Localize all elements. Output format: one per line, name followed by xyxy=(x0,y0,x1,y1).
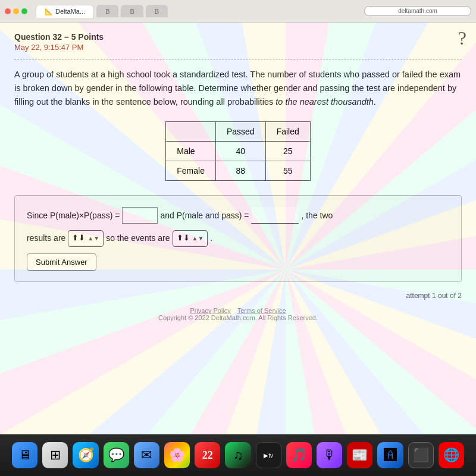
tab-3-label: B xyxy=(130,8,134,15)
submit-button[interactable]: Submit Answer xyxy=(27,253,96,271)
dock-apps[interactable]: ⊞ xyxy=(42,442,68,468)
sentence-part2: and P(male and pass) = xyxy=(160,206,249,225)
page-content: ? Question 32 – 5 Points May 22, 9:15:47… xyxy=(0,23,476,434)
window-controls xyxy=(5,8,27,14)
dock-messages[interactable]: 💬 xyxy=(104,442,129,468)
copyright-text: Copyright © 2022 DeltaMath.com. All Righ… xyxy=(158,314,318,321)
dock-mail[interactable]: ✉ xyxy=(134,442,159,468)
sentence-part5: so the events are xyxy=(106,229,170,248)
tab-2[interactable]: B xyxy=(96,5,118,17)
table-cell-male-passed: 40 xyxy=(215,141,265,161)
events-dropdown-value: ⬆⬇ xyxy=(177,230,190,247)
table-cell-male-failed: 25 xyxy=(265,141,310,161)
results-dropdown-value: ⬆⬇ xyxy=(72,230,85,247)
question-header: Question 32 – 5 Points xyxy=(14,32,462,42)
attempt-text: attempt 1 out of 2 xyxy=(14,292,462,300)
taskbar: 🖥 ⊞ 🧭 💬 ✉ 🌸 22 ♫ ▶tv 🎵 🎙 📰 🅰 ⬛ 🌐 xyxy=(0,434,476,476)
tab-4-label: B xyxy=(155,8,159,15)
question-icon: ? xyxy=(458,27,466,49)
dock-finder[interactable]: 🖥 xyxy=(12,442,37,468)
pmale-and-pass-blank xyxy=(251,207,299,224)
results-dropdown[interactable]: ⬆⬇ ▲▼ xyxy=(68,230,104,247)
table-cell-female-label: Female xyxy=(166,161,216,180)
minimize-button[interactable] xyxy=(13,8,19,14)
answer-sentence-line2: results are ⬆⬇ ▲▼ so the events are ⬆⬇ ▲… xyxy=(27,229,449,248)
privacy-link[interactable]: Privacy Policy xyxy=(190,307,230,314)
dock-music[interactable]: 🎵 xyxy=(286,442,312,468)
close-button[interactable] xyxy=(5,8,11,14)
tab-4[interactable]: B xyxy=(146,5,168,17)
question-text-emphasis: to the nearest thousandth xyxy=(275,97,373,107)
tab-3[interactable]: B xyxy=(121,5,143,17)
page-footer: Privacy Policy Terms of Service Copyrigh… xyxy=(14,300,462,325)
question-text-end: . xyxy=(374,97,376,107)
dock-date-number: 22 xyxy=(202,450,213,461)
dock-safari[interactable]: 🧭 xyxy=(73,442,98,468)
dock-chrome[interactable]: 🌐 xyxy=(439,442,464,468)
answer-sentence: Since P(male)×P(pass) = and P(male and p… xyxy=(27,206,449,225)
question-text: A group of students at a high school too… xyxy=(14,68,462,109)
dock-spotify[interactable]: ♫ xyxy=(225,442,250,468)
table-cell-female-failed: 55 xyxy=(265,161,310,180)
table-header-failed: Failed xyxy=(265,121,310,141)
tab-icon: 📐 xyxy=(45,8,53,15)
tab-deltamath[interactable]: 📐 DeltaMa... xyxy=(36,5,94,18)
pmale-ppass-input[interactable] xyxy=(122,207,158,224)
dock-photos[interactable]: 🌸 xyxy=(164,442,190,468)
address-bar[interactable]: deltamath.com xyxy=(364,6,471,16)
table-container: Passed Failed Male 40 25 Female 88 55 xyxy=(14,121,462,181)
sentence-part1: Since P(male)×P(pass) = xyxy=(27,206,120,225)
terms-link[interactable]: Terms of Service xyxy=(237,307,286,314)
table-header-empty xyxy=(166,121,216,141)
screen: 📐 DeltaMa... B B B deltamath.com ? Quest… xyxy=(0,0,476,434)
dock-translate[interactable]: 🅰 xyxy=(377,442,403,468)
dock-podcasts[interactable]: 🎙 xyxy=(317,442,342,468)
dock-extra1[interactable]: ⬛ xyxy=(408,442,434,468)
events-dropdown-arrow: ▲▼ xyxy=(192,232,204,245)
data-table: Passed Failed Male 40 25 Female 88 55 xyxy=(165,121,311,181)
tab-label: DeltaMa... xyxy=(55,8,85,15)
question-text-main: A group of students at a high school too… xyxy=(14,70,461,107)
dock-calendar[interactable]: 22 xyxy=(195,442,220,468)
table-row-male: Male 40 25 xyxy=(166,141,311,161)
answer-box: Since P(male)×P(pass) = and P(male and p… xyxy=(14,195,462,283)
maximize-button[interactable] xyxy=(21,8,27,14)
table-row-female: Female 88 55 xyxy=(166,161,311,180)
table-cell-male-label: Male xyxy=(166,141,216,161)
dock-appletv[interactable]: ▶tv xyxy=(256,442,281,468)
table-header-passed: Passed xyxy=(215,121,265,141)
table-cell-female-passed: 88 xyxy=(215,161,265,180)
sentence-part4: results are xyxy=(27,229,65,248)
sentence-part3: , the two xyxy=(301,206,333,225)
question-date: May 22, 9:15:47 PM xyxy=(14,43,462,52)
results-dropdown-arrow: ▲▼ xyxy=(87,232,99,245)
events-dropdown[interactable]: ⬆⬇ ▲▼ xyxy=(173,230,208,247)
browser-chrome: 📐 DeltaMa... B B B deltamath.com xyxy=(0,0,476,23)
divider xyxy=(14,59,462,60)
dock-news[interactable]: 📰 xyxy=(347,442,372,468)
sentence-part6: . xyxy=(210,229,212,248)
tab-bar: 📐 DeltaMa... B B B xyxy=(36,5,361,18)
tab-2-label: B xyxy=(105,8,109,15)
